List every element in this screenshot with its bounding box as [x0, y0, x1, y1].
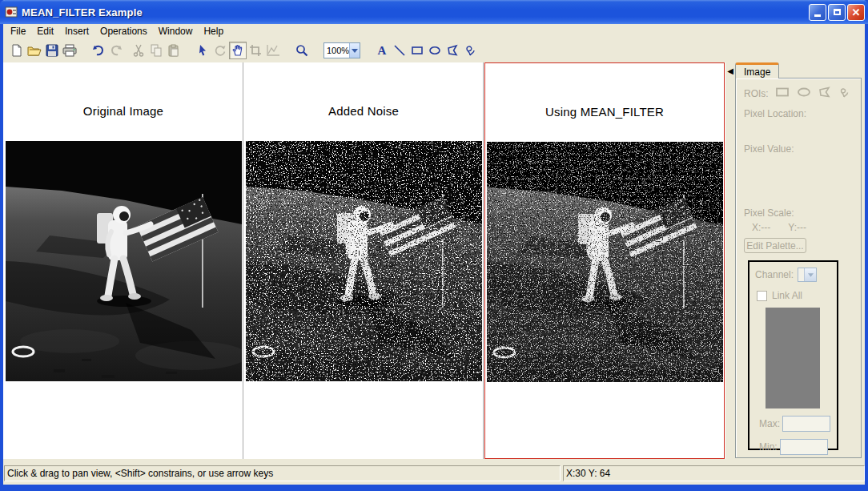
- maximize-button[interactable]: [828, 4, 846, 21]
- menu-window[interactable]: Window: [153, 25, 199, 38]
- channel-combo-dropdown-button[interactable]: [804, 268, 816, 281]
- chevron-down-icon: [352, 49, 358, 53]
- polygon-annotation-icon[interactable]: [444, 42, 461, 59]
- zoom-level-combo[interactable]: 100%: [323, 42, 360, 58]
- max-input[interactable]: [782, 416, 830, 432]
- collapse-panel-arrow-icon[interactable]: ◀: [726, 66, 734, 75]
- menu-insert[interactable]: Insert: [59, 25, 94, 38]
- redo-icon[interactable]: [107, 42, 125, 59]
- panel-original-image[interactable]: Original Image: [4, 62, 243, 459]
- statusbar: Click & drag to pan view, <Shift> constr…: [3, 463, 865, 485]
- pan-hand-icon[interactable]: [229, 42, 247, 59]
- added-noise-image[interactable]: [246, 141, 482, 381]
- roi-freehand-icon[interactable]: [838, 87, 850, 100]
- panel-title-mean-filter[interactable]: Using MEAN_FILTER: [485, 105, 724, 119]
- open-icon[interactable]: [26, 42, 43, 59]
- titlebar: MEAN_FILTER Example ✕: [0, 0, 868, 24]
- tab-image[interactable]: Image: [735, 62, 779, 78]
- panel-title-noise[interactable]: Added Noise: [244, 104, 483, 118]
- histogram-placeholder: [766, 308, 820, 408]
- roi-oval-icon[interactable]: [797, 87, 811, 99]
- menu-file[interactable]: File: [5, 25, 31, 38]
- panel-title-original[interactable]: Original Image: [4, 104, 243, 118]
- maximize-icon: [834, 9, 841, 15]
- menu-help[interactable]: Help: [198, 25, 229, 38]
- roi-rectangle-icon[interactable]: [776, 87, 790, 99]
- mean-filter-image[interactable]: [487, 142, 723, 382]
- crop-icon[interactable]: [247, 42, 264, 59]
- channel-combo[interactable]: [798, 268, 817, 282]
- status-message: Click & drag to pan view, <Shift> constr…: [4, 465, 561, 481]
- chevron-down-icon: [808, 273, 814, 277]
- copy-icon[interactable]: [147, 42, 165, 59]
- side-panel: ◀ Image ROIs: Pixel Location: Pixel Valu…: [725, 62, 865, 463]
- rotate-icon[interactable]: [211, 42, 229, 59]
- app-window: MEAN_FILTER Example ✕ File Edit Insert O…: [0, 0, 868, 491]
- freehand-annotation-icon[interactable]: [461, 42, 479, 59]
- line-profile-icon[interactable]: [264, 42, 282, 59]
- paste-icon[interactable]: [165, 42, 183, 59]
- main-area: Original Image Added Noise Using MEAN_FI…: [3, 62, 865, 463]
- status-coordinates: X:30 Y: 64: [563, 465, 865, 481]
- channel-label: Channel:: [755, 269, 794, 280]
- line-annotation-icon[interactable]: [391, 42, 408, 59]
- menu-operations[interactable]: Operations: [94, 25, 153, 38]
- window-title: MEAN_FILTER Example: [22, 6, 809, 18]
- pixel-scale-x: X:---: [752, 222, 770, 233]
- text-annotation-icon[interactable]: A: [373, 42, 391, 59]
- toolbar: 100% A: [3, 38, 865, 62]
- menubar: File Edit Insert Operations Window Help: [3, 24, 865, 38]
- panel-added-noise[interactable]: Added Noise: [244, 62, 484, 459]
- minimize-button[interactable]: [809, 4, 826, 21]
- zoom-level-value: 100%: [324, 43, 349, 58]
- select-arrow-icon[interactable]: [194, 42, 211, 59]
- rois-label: ROIs:: [744, 88, 769, 99]
- undo-icon[interactable]: [90, 42, 107, 59]
- link-all-checkbox[interactable]: [757, 291, 767, 301]
- max-label: Max:: [759, 418, 780, 429]
- pixel-value-label: Pixel Value:: [744, 143, 856, 155]
- new-icon[interactable]: [8, 42, 26, 59]
- pixel-scale-y: Y:---: [788, 222, 806, 233]
- close-button[interactable]: ✕: [847, 4, 865, 21]
- minimize-icon: [814, 14, 821, 17]
- pixel-location-label: Pixel Location:: [744, 108, 856, 119]
- channel-groupbox: Channel: Link All Max:: [748, 260, 838, 450]
- app-icon: [5, 6, 18, 18]
- print-icon[interactable]: [61, 42, 78, 59]
- roi-polygon-icon[interactable]: [818, 87, 831, 100]
- min-input[interactable]: [780, 439, 828, 455]
- save-icon[interactable]: [43, 42, 61, 59]
- image-canvas[interactable]: Original Image Added Noise Using MEAN_FI…: [3, 62, 725, 459]
- zoom-combo-dropdown-button[interactable]: [349, 43, 360, 58]
- zoom-magnifier-icon[interactable]: [293, 42, 311, 59]
- pixel-scale-label: Pixel Scale:: [744, 207, 856, 219]
- menu-edit[interactable]: Edit: [31, 25, 59, 38]
- cut-icon[interactable]: [130, 42, 147, 59]
- original-image[interactable]: [6, 141, 242, 381]
- svg-text:A: A: [378, 44, 387, 57]
- image-tab-page: ROIs: Pixel Location: Pixel Value: Pixel…: [735, 78, 862, 458]
- link-all-label: Link All: [772, 290, 802, 301]
- oval-annotation-icon[interactable]: [426, 42, 444, 59]
- panel-mean-filter[interactable]: Using MEAN_FILTER: [484, 62, 725, 459]
- edit-palette-button[interactable]: Edit Palette...: [744, 238, 806, 253]
- min-label: Min:: [759, 441, 778, 453]
- close-icon: ✕: [852, 7, 861, 18]
- rectangle-annotation-icon[interactable]: [408, 42, 426, 59]
